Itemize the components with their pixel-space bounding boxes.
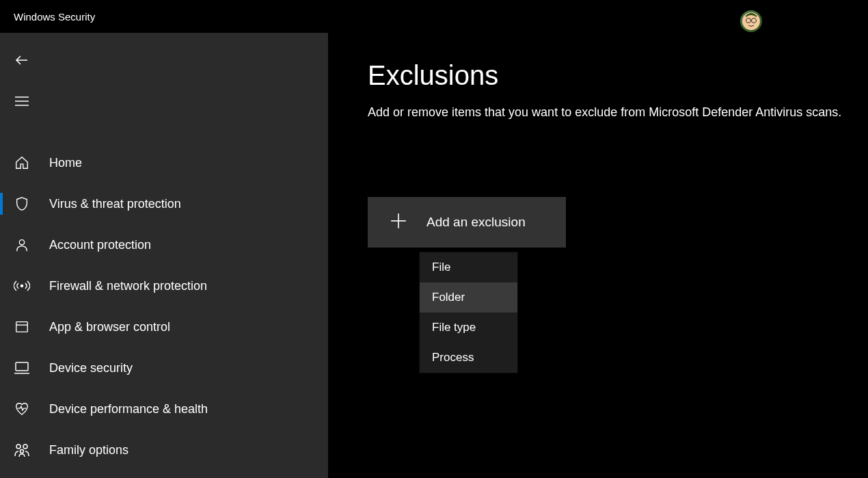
svg-point-14 <box>23 444 27 449</box>
sidebar: Home Virus & threat protection Account p… <box>0 33 328 478</box>
sidebar-item-label: Device security <box>49 361 133 375</box>
sidebar-item-device-security[interactable]: Device security <box>0 347 328 388</box>
add-exclusion-button[interactable]: Add an exclusion <box>368 197 566 248</box>
exclusion-type-menu: File Folder File type Process <box>419 252 518 373</box>
menu-item-process[interactable]: Process <box>420 343 517 373</box>
sidebar-item-device-performance[interactable]: Device performance & health <box>0 388 328 429</box>
sidebar-item-firewall[interactable]: Firewall & network protection <box>0 265 328 306</box>
person-icon <box>14 237 30 253</box>
sidebar-item-virus-threat[interactable]: Virus & threat protection <box>0 183 328 224</box>
menu-item-folder[interactable]: Folder <box>420 282 517 313</box>
signal-icon <box>14 278 30 294</box>
family-icon <box>14 442 30 458</box>
svg-rect-11 <box>16 362 28 371</box>
titlebar: Windows Security <box>0 0 868 33</box>
hamburger-icon <box>15 96 29 106</box>
app-title: Windows Security <box>14 11 95 23</box>
sidebar-item-family[interactable]: Family options <box>0 429 328 470</box>
sidebar-item-label: Account protection <box>49 238 151 252</box>
sidebar-item-label: Home <box>49 156 82 170</box>
sidebar-item-label: Family options <box>49 443 128 457</box>
avatar[interactable] <box>740 10 762 32</box>
sidebar-item-label: Virus & threat protection <box>49 197 181 211</box>
hamburger-button[interactable] <box>5 88 38 115</box>
sidebar-item-app-browser[interactable]: App & browser control <box>0 306 328 347</box>
sidebar-item-home[interactable]: Home <box>0 142 328 183</box>
menu-item-file[interactable]: File <box>420 252 517 282</box>
back-button[interactable] <box>5 47 38 74</box>
back-arrow-icon <box>14 52 30 68</box>
plus-icon <box>390 212 407 233</box>
page-description: Add or remove items that you want to exc… <box>368 103 854 122</box>
device-icon <box>14 360 30 376</box>
add-exclusion-label: Add an exclusion <box>426 215 526 230</box>
svg-point-7 <box>19 240 24 245</box>
svg-rect-9 <box>16 322 28 332</box>
app-icon <box>14 319 30 335</box>
page-title: Exclusions <box>368 60 854 91</box>
sidebar-item-label: Device performance & health <box>49 402 208 416</box>
svg-point-8 <box>21 285 23 287</box>
main-content: Exclusions Add or remove items that you … <box>328 33 868 478</box>
sidebar-item-label: Firewall & network protection <box>49 279 207 293</box>
svg-point-13 <box>16 444 21 449</box>
sidebar-item-label: App & browser control <box>49 320 170 334</box>
shield-icon <box>14 196 30 212</box>
sidebar-item-account[interactable]: Account protection <box>0 224 328 265</box>
heart-icon <box>14 401 30 417</box>
svg-point-15 <box>21 450 24 453</box>
menu-item-file-type[interactable]: File type <box>420 313 517 343</box>
home-icon <box>14 155 30 171</box>
